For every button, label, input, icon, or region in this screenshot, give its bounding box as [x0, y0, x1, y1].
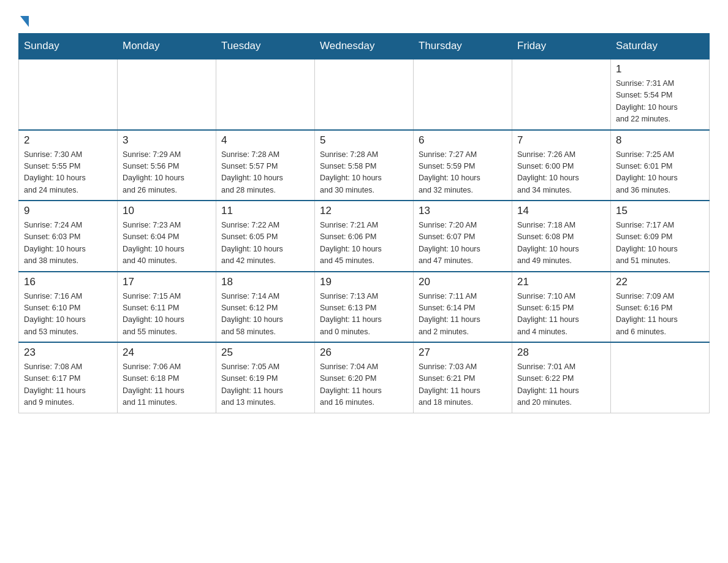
- day-info: Sunrise: 7:09 AMSunset: 6:16 PMDaylight:…: [616, 291, 704, 339]
- logo-arrow-icon: [20, 16, 29, 27]
- day-number: 13: [419, 205, 507, 217]
- calendar-cell: 17Sunrise: 7:15 AMSunset: 6:11 PMDayligh…: [118, 272, 216, 343]
- logo: [18, 12, 29, 27]
- calendar-cell: 25Sunrise: 7:05 AMSunset: 6:19 PMDayligh…: [216, 342, 315, 413]
- weekday-header-row: SundayMondayTuesdayWednesdayThursdayFrid…: [19, 34, 710, 59]
- calendar-cell: 24Sunrise: 7:06 AMSunset: 6:18 PMDayligh…: [118, 342, 216, 413]
- day-info: Sunrise: 7:15 AMSunset: 6:11 PMDaylight:…: [123, 291, 211, 339]
- day-number: 23: [24, 347, 112, 359]
- day-info: Sunrise: 7:25 AMSunset: 6:01 PMDaylight:…: [616, 149, 704, 197]
- day-info: Sunrise: 7:17 AMSunset: 6:09 PMDaylight:…: [616, 220, 704, 267]
- calendar-cell: 22Sunrise: 7:09 AMSunset: 6:16 PMDayligh…: [611, 272, 710, 343]
- calendar-cell: 2Sunrise: 7:30 AMSunset: 5:55 PMDaylight…: [19, 130, 118, 201]
- calendar-cell: 8Sunrise: 7:25 AMSunset: 6:01 PMDaylight…: [611, 130, 710, 201]
- page-header: [18, 12, 710, 27]
- calendar-cell: 20Sunrise: 7:11 AMSunset: 6:14 PMDayligh…: [414, 272, 512, 343]
- day-number: 2: [24, 134, 112, 147]
- calendar-week-row: 2Sunrise: 7:30 AMSunset: 5:55 PMDaylight…: [19, 130, 710, 201]
- calendar-cell: [216, 59, 315, 130]
- calendar-cell: 18Sunrise: 7:14 AMSunset: 6:12 PMDayligh…: [216, 272, 315, 343]
- day-number: 10: [123, 205, 211, 217]
- day-number: 11: [221, 205, 309, 217]
- day-number: 12: [320, 205, 408, 217]
- day-number: 7: [517, 134, 605, 147]
- day-info: Sunrise: 7:16 AMSunset: 6:10 PMDaylight:…: [24, 291, 112, 339]
- weekday-header-thursday: Thursday: [414, 34, 512, 59]
- day-info: Sunrise: 7:29 AMSunset: 5:56 PMDaylight:…: [123, 149, 211, 197]
- day-number: 3: [123, 134, 211, 147]
- calendar-table: SundayMondayTuesdayWednesdayThursdayFrid…: [18, 33, 710, 413]
- calendar-cell: 27Sunrise: 7:03 AMSunset: 6:21 PMDayligh…: [414, 342, 512, 413]
- calendar-cell: 4Sunrise: 7:28 AMSunset: 5:57 PMDaylight…: [216, 130, 315, 201]
- calendar-week-row: 16Sunrise: 7:16 AMSunset: 6:10 PMDayligh…: [19, 272, 710, 343]
- day-number: 4: [221, 134, 309, 147]
- day-number: 18: [221, 276, 309, 288]
- weekday-header-wednesday: Wednesday: [315, 34, 414, 59]
- calendar-cell: 6Sunrise: 7:27 AMSunset: 5:59 PMDaylight…: [414, 130, 512, 201]
- day-info: Sunrise: 7:27 AMSunset: 5:59 PMDaylight:…: [419, 149, 507, 197]
- calendar-cell: 15Sunrise: 7:17 AMSunset: 6:09 PMDayligh…: [611, 201, 710, 272]
- day-number: 24: [123, 347, 211, 359]
- weekday-header-saturday: Saturday: [611, 34, 710, 59]
- calendar-cell: 9Sunrise: 7:24 AMSunset: 6:03 PMDaylight…: [19, 201, 118, 272]
- calendar-week-row: 1Sunrise: 7:31 AMSunset: 5:54 PMDaylight…: [19, 59, 710, 130]
- calendar-cell: 19Sunrise: 7:13 AMSunset: 6:13 PMDayligh…: [315, 272, 414, 343]
- calendar-cell: 14Sunrise: 7:18 AMSunset: 6:08 PMDayligh…: [512, 201, 611, 272]
- weekday-header-tuesday: Tuesday: [216, 34, 315, 59]
- day-info: Sunrise: 7:01 AMSunset: 6:22 PMDaylight:…: [517, 361, 605, 409]
- day-info: Sunrise: 7:28 AMSunset: 5:57 PMDaylight:…: [221, 149, 309, 197]
- calendar-cell: 10Sunrise: 7:23 AMSunset: 6:04 PMDayligh…: [118, 201, 216, 272]
- day-number: 28: [517, 347, 605, 359]
- calendar-week-row: 9Sunrise: 7:24 AMSunset: 6:03 PMDaylight…: [19, 201, 710, 272]
- day-info: Sunrise: 7:20 AMSunset: 6:07 PMDaylight:…: [419, 220, 507, 267]
- calendar-cell: [414, 59, 512, 130]
- day-info: Sunrise: 7:03 AMSunset: 6:21 PMDaylight:…: [419, 361, 507, 409]
- calendar-cell: 5Sunrise: 7:28 AMSunset: 5:58 PMDaylight…: [315, 130, 414, 201]
- day-number: 15: [616, 205, 704, 217]
- day-info: Sunrise: 7:04 AMSunset: 6:20 PMDaylight:…: [320, 361, 408, 409]
- calendar-cell: [611, 342, 710, 413]
- day-number: 22: [616, 276, 704, 288]
- day-info: Sunrise: 7:06 AMSunset: 6:18 PMDaylight:…: [123, 361, 211, 409]
- calendar-cell: [118, 59, 216, 130]
- day-info: Sunrise: 7:18 AMSunset: 6:08 PMDaylight:…: [517, 220, 605, 267]
- weekday-header-monday: Monday: [118, 34, 216, 59]
- calendar-cell: 7Sunrise: 7:26 AMSunset: 6:00 PMDaylight…: [512, 130, 611, 201]
- day-number: 1: [616, 63, 704, 75]
- weekday-header-friday: Friday: [512, 34, 611, 59]
- calendar-cell: 28Sunrise: 7:01 AMSunset: 6:22 PMDayligh…: [512, 342, 611, 413]
- calendar-cell: 23Sunrise: 7:08 AMSunset: 6:17 PMDayligh…: [19, 342, 118, 413]
- weekday-header-sunday: Sunday: [19, 34, 118, 59]
- day-info: Sunrise: 7:13 AMSunset: 6:13 PMDaylight:…: [320, 291, 408, 339]
- day-number: 8: [616, 134, 704, 147]
- day-info: Sunrise: 7:31 AMSunset: 5:54 PMDaylight:…: [616, 78, 704, 126]
- calendar-cell: 3Sunrise: 7:29 AMSunset: 5:56 PMDaylight…: [118, 130, 216, 201]
- day-number: 14: [517, 205, 605, 217]
- calendar-cell: 11Sunrise: 7:22 AMSunset: 6:05 PMDayligh…: [216, 201, 315, 272]
- day-number: 9: [24, 205, 112, 217]
- day-number: 6: [419, 134, 507, 147]
- day-info: Sunrise: 7:28 AMSunset: 5:58 PMDaylight:…: [320, 149, 408, 197]
- day-number: 5: [320, 134, 408, 147]
- day-info: Sunrise: 7:10 AMSunset: 6:15 PMDaylight:…: [517, 291, 605, 339]
- calendar-cell: 26Sunrise: 7:04 AMSunset: 6:20 PMDayligh…: [315, 342, 414, 413]
- calendar-cell: 21Sunrise: 7:10 AMSunset: 6:15 PMDayligh…: [512, 272, 611, 343]
- day-info: Sunrise: 7:14 AMSunset: 6:12 PMDaylight:…: [221, 291, 309, 339]
- day-number: 16: [24, 276, 112, 288]
- calendar-week-row: 23Sunrise: 7:08 AMSunset: 6:17 PMDayligh…: [19, 342, 710, 413]
- day-info: Sunrise: 7:24 AMSunset: 6:03 PMDaylight:…: [24, 220, 112, 267]
- calendar-cell: 12Sunrise: 7:21 AMSunset: 6:06 PMDayligh…: [315, 201, 414, 272]
- day-number: 21: [517, 276, 605, 288]
- calendar-cell: [19, 59, 118, 130]
- calendar-cell: 16Sunrise: 7:16 AMSunset: 6:10 PMDayligh…: [19, 272, 118, 343]
- calendar-cell: [315, 59, 414, 130]
- day-info: Sunrise: 7:30 AMSunset: 5:55 PMDaylight:…: [24, 149, 112, 197]
- day-number: 17: [123, 276, 211, 288]
- day-number: 19: [320, 276, 408, 288]
- day-info: Sunrise: 7:22 AMSunset: 6:05 PMDaylight:…: [221, 220, 309, 267]
- calendar-cell: 1Sunrise: 7:31 AMSunset: 5:54 PMDaylight…: [611, 59, 710, 130]
- calendar-cell: 13Sunrise: 7:20 AMSunset: 6:07 PMDayligh…: [414, 201, 512, 272]
- day-info: Sunrise: 7:26 AMSunset: 6:00 PMDaylight:…: [517, 149, 605, 197]
- day-number: 26: [320, 347, 408, 359]
- day-info: Sunrise: 7:08 AMSunset: 6:17 PMDaylight:…: [24, 361, 112, 409]
